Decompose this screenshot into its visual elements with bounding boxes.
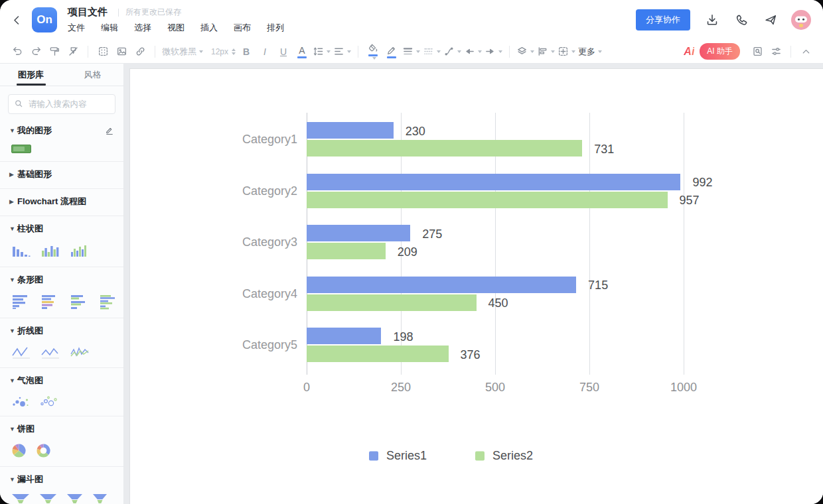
bar-series2-category3[interactable]	[307, 243, 386, 259]
shape-thumb-bar-chart-stacked[interactable]	[99, 294, 119, 310]
redo-icon[interactable]	[28, 43, 44, 60]
ai-assistant-button[interactable]: AI 助手	[700, 43, 740, 60]
section-header-7[interactable]: ▼饼图	[0, 423, 123, 435]
menu-item-4[interactable]: 插入	[200, 22, 218, 34]
arrow-end-icon[interactable]	[485, 43, 502, 60]
undo-icon[interactable]	[9, 43, 25, 60]
shape-thumb-column-chart-blue[interactable]	[11, 243, 31, 259]
shape-thumb-column-chart-grouped[interactable]	[40, 243, 60, 259]
align-icon[interactable]	[537, 43, 555, 60]
section-header-6[interactable]: ▼气泡图	[0, 375, 123, 387]
clear-format-icon[interactable]	[65, 43, 81, 60]
section-header-4[interactable]: ▼条形图	[0, 274, 123, 286]
search-input[interactable]	[8, 94, 115, 114]
bar-series2-category1[interactable]	[307, 140, 582, 157]
line-style-icon[interactable]	[423, 43, 441, 60]
user-avatar[interactable]	[791, 10, 811, 30]
adjust-button[interactable]	[768, 43, 784, 60]
bar-series2-category5[interactable]	[307, 346, 449, 362]
shape-thumb-bar-chart-grouped[interactable]	[70, 294, 90, 310]
link-icon[interactable]	[132, 43, 148, 60]
shape-thumb-funnel-chart-1[interactable]	[11, 493, 30, 504]
section-header-3[interactable]: ▼柱状图	[0, 223, 123, 235]
shape-thumb-funnel-chart-3[interactable]	[66, 493, 83, 504]
shape-thumb-line-chart-zigzag[interactable]	[40, 345, 60, 359]
section-header-5[interactable]: ▼折线图	[0, 325, 123, 337]
layers-icon	[516, 46, 528, 57]
canvas-area[interactable]: 02505007501000Category1230731Category299…	[124, 64, 823, 504]
shape-thumb-line-chart-single[interactable]	[11, 345, 31, 359]
shape-thumb-bar-chart-blue[interactable]	[11, 294, 31, 310]
download-button[interactable]	[705, 13, 719, 27]
stroke-color-icon[interactable]	[384, 43, 400, 60]
bar-series1-category5[interactable]	[307, 328, 381, 344]
more-button[interactable]: 更多	[578, 43, 602, 60]
document-title[interactable]: 项目文件	[68, 6, 108, 19]
bar-series1-category2[interactable]	[307, 174, 680, 190]
bar-series1-category1[interactable]	[307, 122, 394, 139]
menu-item-3[interactable]: 视图	[167, 22, 185, 34]
arrow-start-icon	[464, 46, 475, 57]
section-2: ▶Flowchart 流程图	[0, 189, 123, 216]
bar-series2-category2[interactable]	[307, 192, 668, 208]
app-logo[interactable]: On	[32, 7, 57, 32]
underline-button[interactable]: U	[275, 43, 291, 60]
section-header-8[interactable]: ▼漏斗图	[0, 473, 123, 485]
shape-thumb-pie-chart[interactable]	[11, 443, 27, 458]
shape-thumb-funnel-chart-2[interactable]	[39, 493, 57, 504]
font-size-stepper[interactable]: 12px	[211, 43, 236, 60]
bar-series1-category3[interactable]	[307, 225, 410, 241]
edit-shapes-button[interactable]	[105, 126, 114, 135]
share-collab-button[interactable]: 分享协作	[636, 9, 690, 31]
ai-logo[interactable]: Ai	[684, 46, 694, 58]
phone-button[interactable]	[734, 13, 749, 27]
font-family-select[interactable]: 微软雅黑	[162, 43, 208, 60]
canvas-page[interactable]: 02505007501000Category1230731Category299…	[130, 69, 823, 504]
arrow-start-icon[interactable]	[464, 43, 482, 60]
menu-item-6[interactable]: 排列	[267, 22, 284, 34]
shape-thumb-bubble-chart-outline[interactable]	[39, 395, 58, 408]
section-header-2[interactable]: ▶Flowchart 流程图	[0, 196, 123, 208]
menu-item-0[interactable]: 文件	[68, 22, 85, 34]
line-height-icon[interactable]	[313, 43, 331, 60]
shape-thumb-bubble-chart-filled[interactable]	[11, 395, 30, 408]
italic-button[interactable]: I	[257, 43, 273, 60]
shape-thumb-funnel-chart-4[interactable]	[92, 493, 108, 504]
menu-item-5[interactable]: 画布	[234, 22, 251, 34]
back-button[interactable]	[8, 11, 25, 29]
fill-color-icon[interactable]	[365, 43, 381, 60]
send-button[interactable]	[763, 13, 778, 27]
format-painter-icon[interactable]	[46, 43, 62, 60]
text-align-icon[interactable]	[333, 43, 351, 60]
section-header-1[interactable]: ▶基础图形	[0, 168, 123, 180]
caret-expanded-icon: ▼	[9, 426, 17, 432]
bar-series2-category4[interactable]	[307, 294, 477, 311]
menu-item-1[interactable]: 编辑	[101, 22, 118, 34]
menu-item-2[interactable]: 选择	[134, 22, 151, 34]
sidebar-tab-0[interactable]: 图形库	[0, 64, 62, 86]
shape-thumb-column-chart-mixed[interactable]	[70, 243, 90, 259]
container-icon	[98, 46, 109, 57]
font-color-button[interactable]: A	[294, 43, 310, 60]
size-increase-icon[interactable]	[232, 48, 236, 51]
shape-thumb-bar-chart-multicolor[interactable]	[40, 294, 60, 310]
bar-chart[interactable]: 02505007501000Category1230731Category299…	[130, 69, 823, 504]
section-header-0[interactable]: ▼我的图形	[0, 125, 123, 137]
position-icon[interactable]	[558, 43, 575, 60]
bar-series1-category4[interactable]	[307, 277, 576, 293]
redo-icon	[31, 46, 42, 57]
find-shape-button[interactable]	[749, 43, 765, 60]
line-width-icon[interactable]	[402, 43, 420, 60]
container-icon[interactable]	[95, 43, 111, 60]
layers-icon[interactable]	[516, 43, 534, 60]
bold-button[interactable]: B	[238, 43, 254, 60]
shape-thumb-line-chart-multi[interactable]	[70, 345, 90, 359]
shape-thumb-green-shape[interactable]	[11, 145, 31, 153]
section-3: ▼柱状图	[0, 216, 123, 267]
size-decrease-icon[interactable]	[232, 52, 236, 55]
sidebar-tab-1[interactable]: 风格	[62, 64, 123, 86]
image-icon[interactable]	[113, 43, 129, 60]
connector-icon[interactable]	[443, 43, 461, 60]
shape-thumb-donut-chart[interactable]	[36, 443, 51, 458]
collapse-toolbar-button[interactable]	[798, 43, 814, 60]
